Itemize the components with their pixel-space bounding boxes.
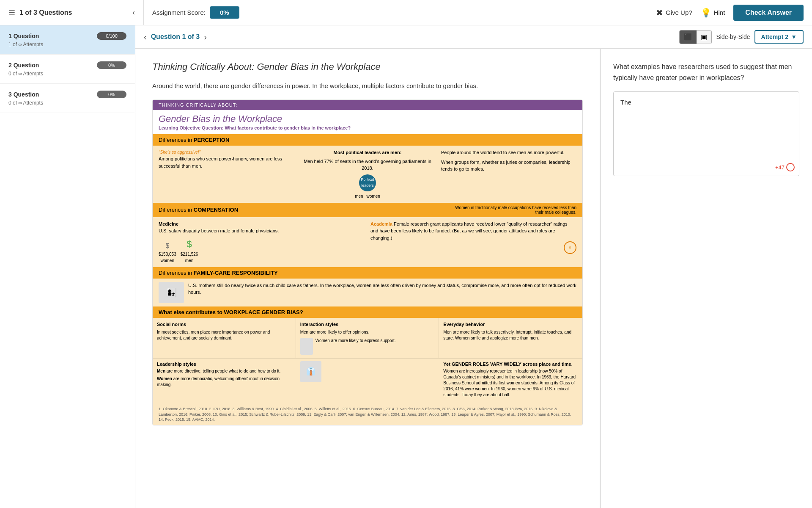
collapse-button[interactable]: ‹: [132, 8, 135, 17]
sidebar-item-3-progress: 0%: [97, 91, 126, 98]
gender-roles-vary: Yet GENDER ROLES VARY WIDELY across plac…: [439, 359, 582, 400]
sidebar-item-3-attempts: 0 of ∞ Attempts: [8, 100, 126, 106]
subtitle-prefix: Learning Objective Question:: [159, 125, 223, 130]
check-answer-button[interactable]: Check Answer: [733, 5, 804, 21]
sidebar-item-2[interactable]: 2 Question 0% 0 of ∞ Attempts: [0, 55, 135, 84]
compensation-header: Differences in COMPENSATION Women in tra…: [153, 203, 582, 217]
sidebar-item-1-progress: 0/100: [97, 32, 126, 40]
question-nav-label: Question 1 of 3: [151, 33, 200, 41]
sidebar-item-1-header: 1 Question 0/100: [8, 32, 126, 40]
assignment-label: Assignment Score:: [152, 9, 206, 16]
leadership-style: Leadership styles Men are more directive…: [153, 359, 296, 400]
interaction-illustration: [300, 338, 313, 355]
family-content: 👩‍👧 U.S. mothers still do nearly twice a…: [153, 279, 582, 306]
sidebar-item-1-attempts: 1 of ∞ Attempts: [8, 41, 126, 47]
leadership-img: 👔: [300, 361, 321, 382]
two-panel: Thinking Critically About: Gender Bias i…: [135, 49, 812, 508]
hint-button[interactable]: 💡 Hint: [701, 8, 725, 18]
article-intro: Around the world, there are gender diffe…: [152, 81, 583, 91]
char-count-value: +47: [775, 164, 785, 171]
sidebar-item-1[interactable]: 1 Question 0/100 1 of ∞ Attempts: [0, 25, 135, 55]
side-by-side-view-button[interactable]: ⬛: [680, 30, 697, 44]
sidebar: 1 Question 0/100 1 of ∞ Attempts 2 Quest…: [0, 25, 135, 508]
single-view-button[interactable]: ▣: [697, 30, 711, 44]
dropdown-arrow-icon: ▼: [791, 33, 797, 40]
leadership-illustration: 👔: [296, 359, 439, 400]
next-question-button[interactable]: ›: [204, 32, 207, 42]
perception-center: Most political leaders are men: Men held…: [300, 149, 435, 199]
right-panel: What examples have researchers used to s…: [601, 49, 812, 508]
questions-count: 1 of 3 Questions: [19, 9, 72, 17]
compensation-medicine: Medicine U.S. salary disparity between m…: [159, 221, 365, 264]
sidebar-item-3-header: 3 Question 0%: [8, 91, 126, 98]
workplace-section: What else contributes to WORKPLACE GENDE…: [153, 306, 582, 404]
give-up-icon: ✖: [656, 8, 663, 18]
workplace-grid: Social norms In most societies, men plac…: [153, 318, 582, 358]
article-title: Thinking Critically About: Gender Bias i…: [152, 61, 583, 72]
compensation-section: Differences in COMPENSATION Women in tra…: [153, 203, 582, 267]
infographic-subtitle: Learning Objective Question: What factor…: [159, 125, 576, 130]
infographic-title-bar: Gender Bias in the Workplace Learning Ob…: [153, 110, 582, 134]
compensation-content: Medicine U.S. salary disparity between m…: [153, 217, 582, 267]
sub-header: ‹ Question 1 of 3 › ⬛ ▣ Side-by-Side Att…: [135, 25, 812, 49]
answer-box[interactable]: The +47: [613, 91, 799, 176]
sidebar-item-2-attempts: 0 of ∞ Attempts: [8, 71, 126, 77]
sidebar-item-2-progress: 0%: [97, 61, 126, 69]
workplace-header: What else contributes to WORKPLACE GENDE…: [153, 306, 582, 318]
char-counter-circle: [786, 163, 795, 171]
hamburger-icon[interactable]: ☰: [8, 8, 15, 17]
give-up-label: Give Up?: [666, 9, 692, 16]
top-bar-actions: ✖ Give Up? 💡 Hint Check Answer: [656, 5, 804, 21]
left-panel: Thinking Critically About: Gender Bias i…: [135, 49, 601, 508]
top-bar-left: ☰ 1 of 3 Questions ‹: [8, 0, 144, 25]
workplace-social: Social norms In most societies, men plac…: [153, 318, 296, 358]
side-by-side-label: Side-by-Side: [716, 33, 750, 40]
family-illustration: 👩‍👧: [159, 282, 184, 303]
infographic-header: Thinking Critically About:: [153, 100, 582, 110]
workplace-everyday: Everyday behavior Men are more likely to…: [439, 318, 582, 358]
sidebar-item-3[interactable]: 3 Question 0% 0 of ∞ Attempts: [0, 84, 135, 113]
perception-header: Differences in PERCEPTION: [153, 134, 582, 146]
compensation-academia: Academia Female research grant applicant…: [370, 221, 576, 264]
hint-label: Hint: [714, 9, 725, 16]
sidebar-item-2-title: 2 Question: [8, 62, 39, 69]
leadership-grid: Leadership styles Men are more directive…: [153, 358, 582, 404]
infographic: Thinking Critically About: Gender Bias i…: [152, 99, 583, 425]
give-up-button[interactable]: ✖ Give Up?: [656, 8, 692, 18]
family-header: Differences in FAMILY-CARE RESPONSIBILIT…: [153, 267, 582, 279]
family-text: U.S. mothers still do nearly twice as mu…: [188, 282, 576, 303]
perception-left: "She's so aggressive!" Among politicians…: [159, 149, 294, 199]
subtitle-text: What factors contribute to gender bias i…: [225, 125, 351, 130]
perception-section: Differences in PERCEPTION "She's so aggr…: [153, 134, 582, 203]
perception-right: People around the world tend to see men …: [441, 149, 576, 199]
sub-header-right: ⬛ ▣ Side-by-Side Attempt 2 ▼: [679, 30, 804, 44]
question-text: What examples have researchers used to s…: [613, 61, 799, 83]
answer-text: The: [620, 99, 631, 106]
infographic-footnotes: 1. Okamoto & Brescoll, 2010. 2. IPU, 201…: [153, 404, 582, 425]
perception-content: "She's so aggressive!" Among politicians…: [153, 146, 582, 203]
sidebar-item-3-title: 3 Question: [8, 91, 39, 98]
score-badge: 0%: [210, 6, 239, 19]
infographic-title: Gender Bias in the Workplace: [159, 113, 576, 124]
assignment-score-section: Assignment Score: 0%: [152, 6, 647, 19]
main-layout: 1 Question 0/100 1 of ∞ Attempts 2 Quest…: [0, 25, 812, 508]
attempt-label: Attempt 2: [761, 33, 789, 40]
workplace-interaction: Interaction styles Men are more likely t…: [296, 318, 439, 358]
view-toggle: ⬛ ▣: [679, 30, 712, 44]
family-section: Differences in FAMILY-CARE RESPONSIBILIT…: [153, 267, 582, 306]
char-counter: +47: [775, 163, 795, 171]
attempt-dropdown[interactable]: Attempt 2 ▼: [754, 30, 804, 44]
sidebar-item-1-title: 1 Question: [8, 33, 39, 39]
hint-icon: 💡: [701, 8, 711, 18]
top-bar: ☰ 1 of 3 Questions ‹ Assignment Score: 0…: [0, 0, 812, 25]
prev-question-button[interactable]: ‹: [144, 32, 147, 42]
content-area: ‹ Question 1 of 3 › ⬛ ▣ Side-by-Side Att…: [135, 25, 812, 508]
sidebar-item-2-header: 2 Question 0%: [8, 61, 126, 69]
